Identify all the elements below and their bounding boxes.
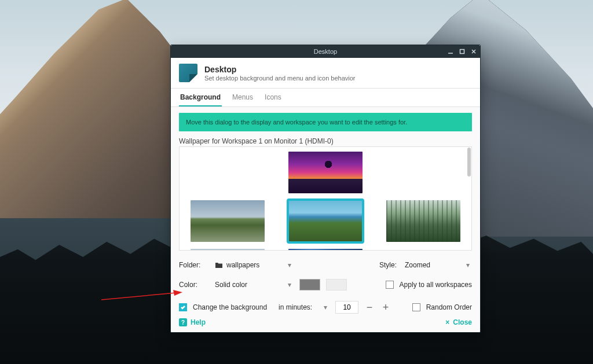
style-label: Style: xyxy=(374,261,397,269)
color-mode-value: Solid color xyxy=(215,281,247,289)
dialog-title: Desktop xyxy=(204,65,356,74)
chevron-down-icon: ▾ xyxy=(288,261,291,269)
row-change-background: Change the background in minutes: ▾ − + … xyxy=(179,295,472,314)
help-label: Help xyxy=(191,318,206,326)
desktop-icon xyxy=(179,64,197,82)
tab-background[interactable]: Background xyxy=(179,89,222,106)
close-label: Close xyxy=(453,318,472,326)
row-folder-style: Folder: wallpapers ▾ Style: Zoomed ▾ xyxy=(179,255,472,275)
decrement-button[interactable]: − xyxy=(364,302,375,314)
dialog-subtitle: Set desktop background and menu and icon… xyxy=(204,75,356,82)
color-mode-select[interactable]: Solid color ▾ xyxy=(213,278,294,292)
dialog-header: Desktop Set desktop background and menu … xyxy=(171,58,480,89)
folder-value: wallpapers xyxy=(215,261,259,269)
color-label: Color: xyxy=(179,281,207,289)
interval-unit-select[interactable]: in minutes: ▾ xyxy=(276,300,330,314)
row-color-apply: Color: Solid color ▾ Apply to all worksp… xyxy=(179,275,472,295)
folder-icon xyxy=(215,261,223,269)
minimize-button[interactable] xyxy=(446,47,455,56)
style-value: Zoomed xyxy=(405,261,430,269)
interval-value-input[interactable] xyxy=(335,301,358,314)
close-button[interactable] xyxy=(470,47,478,56)
close-icon: × xyxy=(445,318,449,326)
dialog-body: Move this dialog to the display and work… xyxy=(171,107,480,314)
wallpaper-thumb-selected[interactable] xyxy=(288,200,363,242)
dialog-footer: ? Help × Close xyxy=(171,314,480,332)
wallpaper-thumb[interactable] xyxy=(191,249,265,251)
interval-unit-value: in minutes: xyxy=(279,303,312,311)
svg-rect-1 xyxy=(460,50,464,54)
window-controls xyxy=(446,45,478,58)
desktop-settings-window: Desktop Desktop Set desktop background a… xyxy=(170,45,481,333)
style-select[interactable]: Zoomed ▾ xyxy=(402,258,472,272)
apply-all-label: Apply to all workspaces xyxy=(400,281,472,289)
wallpaper-thumb[interactable] xyxy=(288,152,363,193)
titlebar[interactable]: Desktop xyxy=(171,45,480,58)
window-title: Desktop xyxy=(314,48,337,55)
folder-select[interactable]: wallpapers ▾ xyxy=(213,258,294,272)
apply-all-checkbox[interactable] xyxy=(386,281,394,289)
wallpaper-section-label: Wallpaper for Workspace 1 on Monitor 1 (… xyxy=(179,137,472,145)
maximize-button[interactable] xyxy=(458,47,466,56)
folder-label: Folder: xyxy=(179,261,207,269)
tab-menus[interactable]: Menus xyxy=(231,89,254,106)
chevron-down-icon: ▾ xyxy=(288,281,291,289)
header-text: Desktop Set desktop background and menu … xyxy=(204,65,356,82)
random-order-label: Random Order xyxy=(426,303,472,311)
increment-button[interactable]: + xyxy=(380,302,391,314)
tab-icons[interactable]: Icons xyxy=(263,89,283,106)
info-banner: Move this dialog to the display and work… xyxy=(179,113,472,131)
random-order-checkbox[interactable] xyxy=(412,303,420,311)
tab-bar: Background Menus Icons xyxy=(171,89,480,107)
secondary-color-swatch[interactable] xyxy=(326,279,347,291)
wallpaper-thumb[interactable] xyxy=(191,200,265,242)
wallpaper-thumb[interactable] xyxy=(386,200,460,242)
chevron-down-icon: ▾ xyxy=(324,303,327,311)
controls-area: Folder: wallpapers ▾ Style: Zoomed ▾ Col… xyxy=(179,251,472,314)
help-button[interactable]: ? Help xyxy=(179,318,206,326)
close-dialog-button[interactable]: × Close xyxy=(445,318,472,326)
wallpaper-gallery-container xyxy=(179,146,472,251)
change-background-checkbox[interactable] xyxy=(179,303,187,311)
chevron-down-icon: ▾ xyxy=(466,261,470,269)
wallpaper-gallery[interactable] xyxy=(179,146,472,251)
gallery-scrollbar[interactable] xyxy=(467,148,471,177)
primary-color-swatch[interactable] xyxy=(299,279,320,291)
wallpaper-thumb[interactable] xyxy=(288,249,363,251)
change-background-label: Change the background xyxy=(193,303,267,311)
help-icon: ? xyxy=(179,318,187,326)
